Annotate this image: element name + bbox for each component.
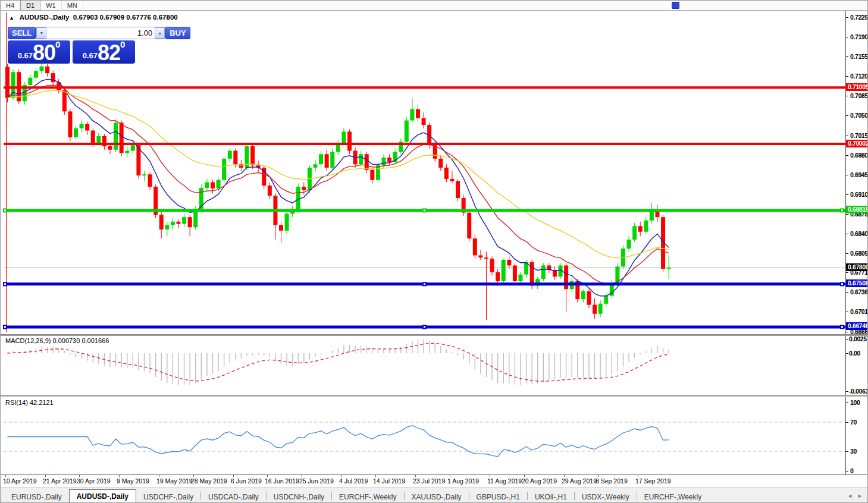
candle xyxy=(85,121,89,135)
candle xyxy=(262,165,266,189)
line-handle[interactable] xyxy=(422,282,427,286)
candle-body xyxy=(302,187,306,190)
price-tick-mark xyxy=(846,272,848,273)
candle xyxy=(256,161,261,172)
line-handle[interactable] xyxy=(3,282,7,286)
timeframe-button-w1[interactable]: W1 xyxy=(40,1,62,11)
candle xyxy=(638,222,643,237)
date-tick-mark xyxy=(415,475,416,477)
rsi-label: RSI(14) 42.2121 xyxy=(5,399,54,406)
chart-tabbar: EURUSD-,DailyAUDUSD-,DailyUSDCHF-,DailyU… xyxy=(1,488,868,503)
candle xyxy=(45,64,49,77)
line-price-label: 0.71005 xyxy=(846,83,868,91)
candle-body xyxy=(74,128,78,137)
volume-decrease-icon[interactable]: ▼ xyxy=(36,27,46,39)
candle-body xyxy=(387,158,391,162)
sell-price-prefix: 0.67 xyxy=(18,51,33,60)
candle xyxy=(438,155,443,171)
candle xyxy=(205,179,209,191)
date-axis[interactable]: 10 Apr 201921 Apr 201930 Apr 20199 May 2… xyxy=(1,474,868,488)
chart-tab-eurusd-daily[interactable]: EURUSD-,Daily xyxy=(4,491,69,503)
price-tick-label: 0.69100 xyxy=(850,191,868,198)
chart-title: ▲ AUDUSD-,Daily 0.67903 0.67909 0.67776 … xyxy=(9,14,178,21)
line-handle[interactable] xyxy=(422,325,427,329)
chart-tab-gbpusd-h1[interactable]: GBPUSD-,H1 xyxy=(469,491,527,503)
candle-body xyxy=(598,304,603,314)
candle xyxy=(444,164,449,182)
candle xyxy=(553,266,557,280)
price-tick-mark xyxy=(846,332,848,332)
candle xyxy=(513,263,517,285)
buy-button[interactable]: BUY xyxy=(165,27,190,39)
chart-tab-usdcnh-daily[interactable]: USDCNH-,Daily xyxy=(267,491,331,503)
candle-body xyxy=(507,260,511,265)
rsi-tick-mark xyxy=(846,403,848,403)
date-tick-label: 28 May 2019 xyxy=(191,477,227,485)
line-handle[interactable] xyxy=(3,325,7,329)
volume-input[interactable] xyxy=(46,27,155,39)
candle-body xyxy=(85,124,89,130)
candle xyxy=(575,279,579,303)
candle xyxy=(74,125,78,140)
buy-price-button[interactable]: 0.67 82 0 xyxy=(73,40,135,64)
rsi-tick-label: 100 xyxy=(850,399,860,406)
sell-button[interactable]: SELL xyxy=(8,27,36,39)
line-handle[interactable] xyxy=(840,325,844,329)
tab-scroll-left-icon[interactable]: ◄ xyxy=(847,493,853,499)
candle-body xyxy=(39,67,43,71)
candle xyxy=(502,259,506,284)
date-tick-label: 11 Aug 2019 xyxy=(487,477,522,485)
candle xyxy=(80,121,84,133)
date-tick-mark xyxy=(450,475,450,477)
timeframe-button-d1[interactable]: D1 xyxy=(20,1,40,11)
chart-tab-xauusd-daily[interactable]: XAUUSD-,Daily xyxy=(405,491,469,503)
line-handle[interactable] xyxy=(840,208,844,212)
candle xyxy=(188,215,192,236)
sell-price-sup: 0 xyxy=(55,40,60,49)
chart-tab-eurchf-weekly[interactable]: EURCHF-,Weekly xyxy=(637,491,709,503)
sell-price-button[interactable]: 0.67 80 0 xyxy=(8,40,70,64)
candle-body xyxy=(467,213,471,238)
chart-tab-usdx-weekly[interactable]: USDX-,Weekly xyxy=(575,491,637,503)
buy-price-big: 82 xyxy=(98,43,120,63)
candle-body xyxy=(655,212,659,217)
chart-window-icon[interactable] xyxy=(672,2,679,9)
candle-body xyxy=(142,174,146,175)
candle xyxy=(176,219,180,228)
candle-body xyxy=(120,122,124,153)
candle-body xyxy=(68,111,72,137)
date-tick-mark xyxy=(638,475,638,477)
chart-tab-ukoil-h1[interactable]: UKOil-,H1 xyxy=(528,491,574,503)
macd-tick-mark xyxy=(846,339,848,339)
volume-increase-icon[interactable]: ▲ xyxy=(155,27,165,39)
sell-price-big: 80 xyxy=(33,43,55,63)
collapse-trade-panel-icon[interactable]: ▲ xyxy=(9,15,14,21)
candle xyxy=(330,149,334,170)
volume-field-wrap: ▼ ▲ xyxy=(36,27,165,39)
candle-body xyxy=(513,265,517,281)
candle-body xyxy=(484,257,488,259)
chart-tab-audusd-daily[interactable]: AUDUSD-,Daily xyxy=(69,489,136,503)
line-handle[interactable] xyxy=(3,208,7,212)
candle xyxy=(564,263,568,312)
timeframe-button-mn[interactable]: MN xyxy=(62,1,83,11)
chart-tab-usdchf-daily[interactable]: USDCHF-,Daily xyxy=(136,491,200,503)
chart-tab-usdcad-daily[interactable]: USDCAD-,Daily xyxy=(201,491,266,503)
candle-body xyxy=(496,272,500,281)
candle xyxy=(120,121,124,157)
date-tick-label: 14 Jul 2019 xyxy=(373,477,405,485)
rsi-splitter[interactable] xyxy=(1,395,868,397)
date-tick-mark xyxy=(5,475,6,477)
tab-scroll-right-icon[interactable]: ► xyxy=(857,493,863,499)
line-handle[interactable] xyxy=(840,282,844,286)
candle-body xyxy=(502,260,506,281)
timeframe-button-h4[interactable]: H4 xyxy=(1,1,20,11)
macd-splitter[interactable] xyxy=(1,334,868,336)
candle xyxy=(285,210,289,234)
line-handle[interactable] xyxy=(422,208,427,212)
date-tick-label: 10 Apr 2019 xyxy=(3,477,37,485)
chart-tab-eurchf-weekly[interactable]: EURCHF-,Weekly xyxy=(332,491,403,503)
candle-body xyxy=(376,165,380,180)
line-price-label: 0.68819 xyxy=(846,206,868,213)
candle-body xyxy=(416,109,420,118)
